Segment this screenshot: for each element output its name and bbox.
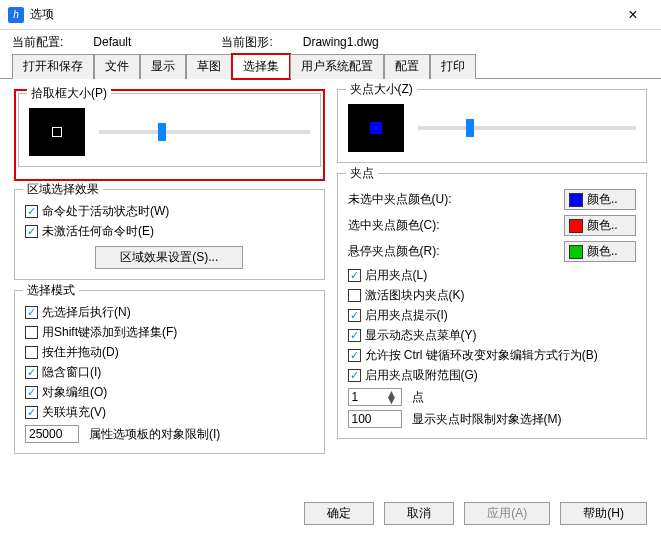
close-icon[interactable]: × (613, 0, 653, 30)
chk-enable-tip[interactable]: ✓ (348, 309, 361, 322)
grip-size-label: 夹点大小(Z) (346, 81, 417, 98)
chk-ctrl-cycle-label: 允许按 Ctrl 键循环改变对象编辑方式行为(B) (365, 347, 598, 364)
grip-range-input[interactable]: 1▲▼ (348, 388, 402, 406)
chk-region-active[interactable]: ✓ (25, 205, 38, 218)
help-button[interactable]: 帮助(H) (560, 502, 647, 525)
current-drawing-label: 当前图形: (221, 35, 272, 49)
titlebar: h 选项 × (0, 0, 661, 30)
unsel-swatch (569, 193, 583, 207)
current-drawing-value: Drawing1.dwg (303, 35, 379, 49)
sel-grip-color-button[interactable]: 颜色.. (564, 215, 636, 236)
chk-mode-pre-label: 先选择后执行(N) (42, 304, 131, 321)
unsel-grip-label: 未选中夹点颜色(U): (348, 191, 555, 208)
pickbox-preview (29, 108, 85, 156)
ok-button[interactable]: 确定 (304, 502, 374, 525)
spinner-icon[interactable]: ▲▼ (386, 391, 398, 403)
apply-button[interactable]: 应用(A) (464, 502, 550, 525)
chk-region-inactive-label: 未激活任何命令时(E) (42, 223, 154, 240)
chk-enable-tip-label: 启用夹点提示(I) (365, 307, 448, 324)
current-config-label: 当前配置: (12, 35, 63, 49)
chk-mode-drag-label: 按住并拖动(D) (42, 344, 119, 361)
cancel-button[interactable]: 取消 (384, 502, 454, 525)
chk-mode-objgrp[interactable]: ✓ (25, 386, 38, 399)
chk-dyn-menu[interactable]: ✓ (348, 329, 361, 342)
app-icon: h (8, 7, 24, 23)
tab-draft[interactable]: 草图 (186, 54, 232, 79)
unsel-grip-color-button[interactable]: 颜色.. (564, 189, 636, 210)
chk-grip-range-label: 启用夹点吸附范围(G) (365, 367, 478, 384)
chk-mode-assoc[interactable]: ✓ (25, 406, 38, 419)
chk-mode-assoc-label: 关联填充(V) (42, 404, 106, 421)
tab-print[interactable]: 打印 (430, 54, 476, 79)
mode-limit-input[interactable]: 25000 (25, 425, 79, 443)
chk-region-inactive[interactable]: ✓ (25, 225, 38, 238)
tab-select[interactable]: 选择集 (232, 54, 290, 79)
pickbox-slider[interactable] (99, 130, 310, 134)
sel-swatch (569, 219, 583, 233)
tab-open-save[interactable]: 打开和保存 (12, 54, 94, 79)
sel-grip-label: 选中夹点颜色(C): (348, 217, 555, 234)
select-mode-title: 选择模式 (23, 282, 79, 299)
grip-size-group: 夹点大小(Z) (337, 89, 648, 163)
pickbox-highlight: 拾取框大小(P) (14, 89, 325, 181)
tab-user-sys[interactable]: 用户系统配置 (290, 54, 384, 79)
chk-ctrl-cycle[interactable]: ✓ (348, 349, 361, 362)
chk-mode-pre[interactable]: ✓ (25, 306, 38, 319)
hover-grip-label: 悬停夹点颜色(R): (348, 243, 555, 260)
region-settings-button[interactable]: 区域效果设置(S)... (95, 246, 243, 269)
grip-limit-label: 显示夹点时限制对象选择(M) (412, 411, 562, 428)
chk-enable-grip[interactable]: ✓ (348, 269, 361, 282)
grip-limit-input[interactable]: 100 (348, 410, 402, 428)
chk-enable-grip-label: 启用夹点(L) (365, 267, 428, 284)
current-config-value: Default (93, 35, 131, 49)
grip-range-unit: 点 (412, 389, 424, 406)
tab-display[interactable]: 显示 (140, 54, 186, 79)
chk-dyn-menu-label: 显示动态夹点菜单(Y) (365, 327, 477, 344)
tab-file[interactable]: 文件 (94, 54, 140, 79)
grip-preview (348, 104, 404, 152)
chk-mode-shift[interactable] (25, 326, 38, 339)
hover-swatch (569, 245, 583, 259)
chk-enable-block[interactable] (348, 289, 361, 302)
mode-limit-label: 属性选项板的对象限制(I) (89, 426, 220, 443)
tab-config[interactable]: 配置 (384, 54, 430, 79)
pickbox-size-label: 拾取框大小(P) (27, 85, 111, 102)
region-effect-group: 区域选择效果 ✓命令处于活动状态时(W) ✓未激活任何命令时(E) 区域效果设置… (14, 189, 325, 280)
chk-region-active-label: 命令处于活动状态时(W) (42, 203, 169, 220)
window-title: 选项 (30, 6, 613, 23)
grip-group: 夹点 未选中夹点颜色(U):颜色.. 选中夹点颜色(C):颜色.. 悬停夹点颜色… (337, 173, 648, 439)
chk-mode-shift-label: 用Shift键添加到选择集(F) (42, 324, 177, 341)
select-mode-group: 选择模式 ✓先选择后执行(N) 用Shift键添加到选择集(F) 按住并拖动(D… (14, 290, 325, 454)
chk-mode-implied[interactable]: ✓ (25, 366, 38, 379)
config-info-row: 当前配置:Default 当前图形:Drawing1.dwg (0, 30, 661, 53)
chk-grip-range[interactable]: ✓ (348, 369, 361, 382)
grip-title: 夹点 (346, 165, 378, 182)
chk-mode-implied-label: 隐含窗口(I) (42, 364, 101, 381)
chk-enable-block-label: 激活图块内夹点(K) (365, 287, 465, 304)
region-effect-title: 区域选择效果 (23, 181, 103, 198)
footer-buttons: 确定 取消 应用(A) 帮助(H) (304, 502, 647, 525)
tab-bar: 打开和保存 文件 显示 草图 选择集 用户系统配置 配置 打印 (0, 53, 661, 79)
grip-slider[interactable] (418, 126, 637, 130)
chk-mode-drag[interactable] (25, 346, 38, 359)
hover-grip-color-button[interactable]: 颜色.. (564, 241, 636, 262)
chk-mode-objgrp-label: 对象编组(O) (42, 384, 107, 401)
